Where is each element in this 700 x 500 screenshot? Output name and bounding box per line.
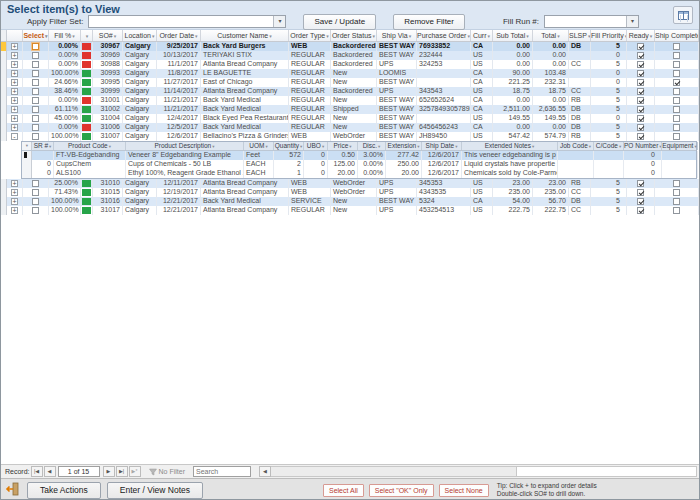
total-cell[interactable]: 0.00 [533, 42, 569, 51]
scrollbar-track[interactable] [271, 466, 697, 477]
subgrid-record-selector[interactable] [22, 160, 32, 169]
ship-complete-cell[interactable] [655, 123, 699, 132]
order-type-cell[interactable]: REGULAR [289, 51, 331, 60]
select-cell[interactable] [23, 42, 49, 51]
column-header-sub-total[interactable]: Sub Total [493, 30, 533, 41]
column-header-ship-via[interactable]: Ship Via [377, 30, 417, 41]
ready-checkbox[interactable] [637, 79, 644, 86]
ship-via-cell[interactable]: UPS [377, 87, 417, 96]
slsp-cell[interactable]: CC [569, 60, 591, 69]
fill-percent-cell[interactable]: 24.66% [49, 78, 81, 87]
ready-cell[interactable] [627, 42, 655, 51]
price-cell[interactable]: 20.00 [328, 169, 358, 178]
select-checkbox[interactable] [32, 97, 39, 104]
ready-cell[interactable] [627, 96, 655, 105]
select-checkbox[interactable] [32, 106, 39, 113]
record-position[interactable]: 1 of 15 [58, 466, 100, 477]
order-date-cell[interactable]: 11/1/2017 [157, 60, 201, 69]
sub-total-cell[interactable]: 2,511.00 [493, 105, 533, 114]
ship-complete-checkbox[interactable] [673, 106, 680, 113]
po-number-cell[interactable]: 0 [624, 160, 662, 169]
customer-name-cell[interactable]: Atlanta Bread Company [201, 87, 289, 96]
ready-cell[interactable] [627, 206, 655, 215]
sr-cell[interactable]: 0 [32, 169, 54, 178]
so-number-cell[interactable]: 30995 [93, 78, 123, 87]
currency-cell[interactable]: CA [471, 96, 493, 105]
select-checkbox[interactable] [32, 52, 39, 59]
fill-priority-cell[interactable]: 5 [591, 197, 627, 206]
order-type-cell[interactable]: REGULAR [289, 123, 331, 132]
filter-set-combo[interactable]: ▾ [88, 15, 286, 28]
total-cell[interactable]: 149.55 [533, 114, 569, 123]
subcolumn-header-sr[interactable]: SR # [32, 142, 54, 150]
save-update-button[interactable]: Save / Update [303, 14, 376, 30]
purchase-order-cell[interactable]: JH89450 [417, 132, 471, 141]
total-cell[interactable]: 2,636.55 [533, 105, 569, 114]
sub-total-cell[interactable]: 0.00 [493, 123, 533, 132]
fill-priority-cell[interactable]: 5 [591, 96, 627, 105]
order-type-cell[interactable]: WEB [289, 42, 331, 51]
ship-complete-cell[interactable] [655, 132, 699, 141]
subcolumn-header-ccode[interactable]: C/Code [594, 142, 624, 150]
ship-complete-checkbox[interactable] [673, 52, 680, 59]
subcolumn-header-uom[interactable]: UOM [244, 142, 274, 150]
disc-cell[interactable]: 0.00% [358, 160, 386, 169]
fill-percent-cell[interactable]: 0.00% [49, 60, 81, 69]
select-checkbox[interactable] [32, 115, 39, 122]
ccode-cell[interactable] [594, 151, 624, 160]
purchase-order-cell[interactable]: 4343535 [417, 188, 471, 197]
so-number-cell[interactable]: 31001 [93, 96, 123, 105]
ship-complete-checkbox[interactable] [673, 43, 680, 50]
customer-name-cell[interactable]: Back Yard Medical [201, 105, 289, 114]
sub-total-cell[interactable]: 90.00 [493, 69, 533, 78]
ready-checkbox[interactable] [637, 198, 644, 205]
select-cell[interactable] [23, 123, 49, 132]
select-checkbox[interactable] [32, 180, 39, 187]
ready-cell[interactable] [627, 105, 655, 114]
table-row[interactable]: + 45.00% 31004 Calgary 12/4/2017 Black E… [1, 114, 700, 123]
currency-cell[interactable]: US [471, 114, 493, 123]
table-row[interactable]: + 24.66% 30995 Calgary 11/27/2017 East o… [1, 78, 700, 87]
so-number-cell[interactable]: 30967 [93, 42, 123, 51]
select-cell[interactable] [23, 96, 49, 105]
currency-cell[interactable]: CA [471, 123, 493, 132]
so-number-cell[interactable]: 31007 [93, 132, 123, 141]
order-type-cell[interactable]: SERVICE [289, 197, 331, 206]
fill-priority-cell[interactable]: 5 [591, 87, 627, 96]
ship-complete-cell[interactable] [655, 42, 699, 51]
slsp-cell[interactable]: DB [569, 123, 591, 132]
ready-checkbox[interactable] [637, 180, 644, 187]
total-cell[interactable]: 0.00 [533, 123, 569, 132]
product-description-cell[interactable]: Cups of Chemicals - 50 LB [126, 160, 244, 169]
purchase-order-cell[interactable]: 453254513 [417, 206, 471, 215]
so-number-cell[interactable]: 30988 [93, 60, 123, 69]
ship-via-cell[interactable]: BEST WAY [377, 105, 417, 114]
slsp-cell[interactable]: RB [569, 179, 591, 188]
order-type-cell[interactable]: REGULAR [289, 96, 331, 105]
so-number-cell[interactable]: 30969 [93, 51, 123, 60]
purchase-order-cell[interactable]: 6456456243 [417, 123, 471, 132]
ready-cell[interactable] [627, 197, 655, 206]
order-type-cell[interactable]: WEB [289, 188, 331, 197]
ship-complete-checkbox[interactable] [673, 88, 680, 95]
expand-icon[interactable]: + [11, 124, 18, 131]
subgrid-record-selector[interactable] [22, 169, 32, 178]
purchase-order-cell[interactable] [417, 114, 471, 123]
currency-cell[interactable]: US [471, 132, 493, 141]
expand-icon[interactable]: + [11, 207, 18, 214]
fill-percent-cell[interactable]: 100.00% [49, 206, 81, 215]
purchase-order-cell[interactable]: 652652624 [417, 96, 471, 105]
ship-complete-cell[interactable] [655, 69, 699, 78]
location-cell[interactable]: Calgary [123, 179, 157, 188]
sub-total-cell[interactable]: 0.00 [493, 51, 533, 60]
previous-record-button[interactable]: ◀ [44, 466, 56, 477]
uom-cell[interactable]: EACH [244, 160, 274, 169]
price-cell[interactable]: 0.50 [328, 151, 358, 160]
so-number-cell[interactable]: 31017 [93, 206, 123, 215]
expand-icon[interactable]: + [11, 189, 18, 196]
slsp-cell[interactable] [569, 51, 591, 60]
customer-name-cell[interactable]: TERIYAKI STIX [201, 51, 289, 60]
customer-name-cell[interactable]: Atlanta Bread Company [201, 188, 289, 197]
customer-name-cell[interactable]: Atlanta Bread Company [201, 179, 289, 188]
currency-cell[interactable]: US [471, 179, 493, 188]
